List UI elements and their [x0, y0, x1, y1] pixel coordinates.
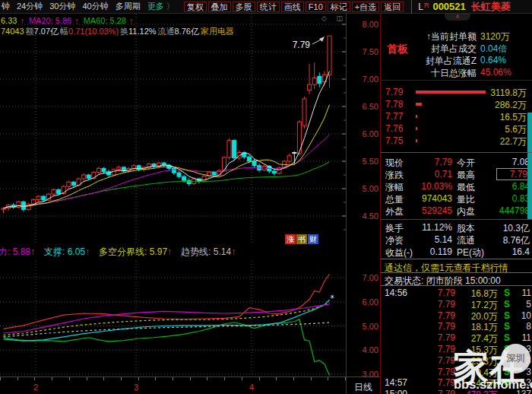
panel-scrollbar[interactable] [527, 113, 532, 219]
time-axis-tick [34, 377, 35, 380]
tick-price: 7.79 [422, 367, 455, 377]
candle-body [247, 157, 251, 161]
indicator-legend-item-3: 趋势线: 5.14↑ [181, 246, 236, 257]
bid-amount: 22.7万 [451, 135, 527, 148]
quote-label: 最高 [457, 169, 475, 182]
toolbar-button-5[interactable]: F10 [306, 2, 326, 12]
time-axis-tick [0, 377, 1, 380]
app-window: 钟24分钟30分钟40分钟多周期更多 〉 复权叠加多股统计画线F10标记+自选返… [0, 0, 532, 394]
candle-body [312, 78, 316, 85]
toolbar-button-2[interactable]: 多股 [233, 2, 255, 12]
event-badge-0[interactable]: 涨 [285, 234, 296, 244]
candle-body [82, 175, 86, 179]
indicator-legend: 压力: 5.88↑支撑: 6.05↑多空分界线: 5.97↑趋势线: 5.14↑ [0, 246, 346, 259]
candle-body [182, 176, 186, 180]
toolbar-button-3[interactable]: 统计 [257, 2, 280, 12]
quote-value: 7.08 [484, 157, 530, 167]
bid-price: 7.77 [385, 111, 403, 122]
quote-label: 今开 [457, 157, 475, 170]
quote-label: 内盘 [457, 205, 475, 218]
indicator-axis-label: 3.00 [347, 370, 378, 379]
time-axis-tick [345, 377, 346, 380]
main-axis-label: 4.50 [347, 212, 378, 221]
section-divider [381, 259, 532, 259]
toolbar-button-6[interactable]: 标记 [328, 2, 350, 12]
event-badge-2[interactable]: 财 [308, 234, 318, 244]
quote-panel: ∧ 首板 ↑当前封单额3120万封单占成交0.04倍封单占流通Z0.64%十日总… [380, 14, 532, 394]
seal-stat-value: 3120万 [480, 30, 510, 43]
toolbar-button-7[interactable]: +自选 [352, 2, 379, 12]
period-menu: 钟24分钟30分钟40分钟多周期更多 〉 [0, 1, 182, 12]
seal-stat-value: 0.64% [480, 55, 506, 65]
period-label[interactable]: 日线 [347, 381, 380, 394]
toolbar-button-8[interactable]: 返回 [381, 2, 404, 12]
candle-body [328, 36, 331, 75]
menu-item-0[interactable]: 钟 [2, 1, 10, 12]
bid-depth-bar [416, 103, 422, 106]
time-axis-tick [103, 377, 104, 380]
tick-price: 7.79 [422, 321, 455, 332]
ma-legend-item-2: MA60: 5.28 [84, 16, 126, 25]
section-divider [381, 219, 532, 220]
price-annotation: 7.79 [293, 40, 311, 50]
quote-value: 7.79 [411, 157, 452, 167]
seal-stat-label: 十日总涨幅 [411, 67, 477, 80]
indicator-chart[interactable]: ✳ [0, 261, 346, 377]
event-badge-1[interactable]: 书 [296, 234, 307, 244]
tick-side: S [504, 310, 510, 321]
event-badges[interactable]: 涨书财 [285, 231, 319, 245]
indicator-legend-item-2: 多空分界线: 5.97↑ [99, 246, 172, 257]
info-segment-3: 幅 [60, 27, 68, 36]
quote-value: 10.3亿 [484, 222, 530, 235]
candlestick-chart[interactable]: 7.79 [0, 14, 346, 243]
menu-item-1[interactable]: 24分钟 [17, 1, 43, 12]
indicator-legend-text: 多空分界线: 5.97 [99, 246, 167, 257]
indicator-legend-arrow: ↑ [30, 246, 35, 257]
tick-row: 14:567.7916.8万S11 [381, 288, 532, 298]
tick-count: 8 [511, 321, 531, 332]
bid-price: 7.78 [385, 99, 403, 110]
candle-body [67, 182, 71, 186]
tick-price: 7.79 [422, 355, 455, 366]
bid-amount: 16.5万 [451, 111, 527, 124]
toolbar-button-1[interactable]: 叠加 [208, 2, 231, 12]
ma-legend: 6.33↑MA20: 5.86↑MA60: 5.28↑ [1, 16, 138, 25]
time-axis-tick [259, 377, 260, 380]
tick-count: 5 [511, 299, 531, 310]
menu-item-2[interactable]: 30分钟 [49, 1, 75, 12]
time-axis-tick [155, 377, 156, 380]
menu-item-more[interactable]: 更多 〉 [147, 1, 175, 12]
main-axis-label: 6.50 [347, 103, 378, 111]
main-axis-label: 5.00 [347, 185, 378, 193]
quote-label: 涨幅 [385, 181, 404, 194]
indicator-legend-arrow: ↑ [167, 246, 172, 257]
quote-label: 股本 [457, 222, 475, 235]
candle-body [227, 141, 231, 157]
section-divider [381, 272, 532, 273]
tick-count: 11 [511, 288, 531, 298]
indicator-legend-item-1: 支撑: 6.05↑ [44, 246, 90, 257]
toolbar-button-0[interactable]: 复权 [184, 2, 207, 12]
menu-item-4[interactable]: 多周期 [116, 1, 141, 12]
main-axis-label: 6.00 [347, 130, 378, 138]
indicator-legend-text: 支撑: 6.05 [44, 246, 85, 257]
toolbar-button-4[interactable]: 画线 [281, 2, 304, 12]
time-axis-tick [69, 377, 70, 380]
time-axis-tick [52, 377, 52, 380]
section-divider [381, 80, 532, 81]
quote-value: 10.03% [411, 181, 452, 192]
tick-price: 7.79 [422, 344, 455, 354]
board-badge: 首板 [387, 43, 408, 56]
collapse-tab[interactable]: ∧ [445, 14, 470, 21]
seal-stat-value: 45.06% [480, 67, 511, 78]
tick-price: 7.79 [422, 389, 455, 394]
time-axis-tick [121, 377, 122, 380]
menu-item-3[interactable]: 40分钟 [83, 1, 109, 12]
bid-price: 7.75 [385, 135, 403, 146]
candle-body [172, 168, 176, 173]
section-divider [381, 152, 532, 153]
quote-label: 外盘 [385, 205, 404, 218]
time-axis-tick [276, 377, 277, 380]
ma-line [4, 71, 330, 208]
time-axis-tick [87, 377, 87, 380]
